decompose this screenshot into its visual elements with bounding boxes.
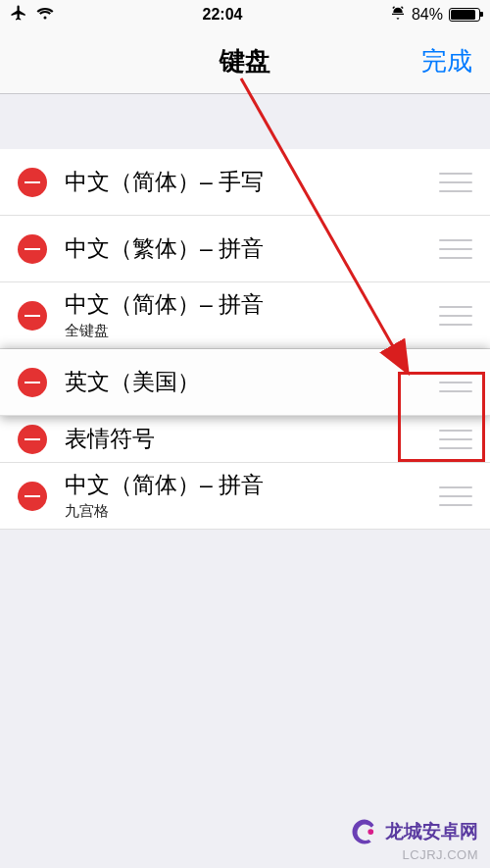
watermark-logo-icon [350,817,379,846]
keyboard-title: 中文（简体）– 拼音 [65,290,429,320]
keyboard-label-container: 英文（美国） [65,368,429,397]
keyboard-subtitle: 九宫格 [65,502,429,521]
done-button[interactable]: 完成 [421,44,472,78]
keyboard-title: 中文（简体）– 手写 [65,168,429,197]
delete-button[interactable] [18,301,47,331]
keyboard-row: 中文（简体）– 手写 [0,149,490,216]
keyboard-row: 英文（美国） [0,349,490,416]
svg-point-2 [368,829,373,835]
keyboard-label-container: 表情符号 [65,425,429,454]
airplane-mode-icon [10,4,27,26]
delete-button[interactable] [18,234,47,264]
keyboard-row: 中文（简体）– 拼音九宫格 [0,463,490,530]
keyboard-title: 中文（繁体）– 拼音 [65,234,429,264]
keyboard-subtitle: 全键盘 [65,322,429,340]
battery-percent: 84% [412,6,443,24]
keyboard-title: 中文（简体）– 拼音 [65,471,429,500]
drag-handle-icon[interactable] [439,239,472,259]
drag-handle-icon[interactable] [439,486,472,506]
keyboard-row: 中文（繁体）– 拼音 [0,216,490,282]
keyboard-row: 中文（简体）– 拼音全键盘 [0,282,490,349]
drag-handle-icon[interactable] [439,173,472,192]
keyboard-title: 英文（美国） [65,368,429,397]
drag-handle-icon[interactable] [439,306,472,326]
list-top-spacer [0,94,490,149]
delete-button[interactable] [18,482,47,511]
keyboard-label-container: 中文（简体）– 拼音全键盘 [65,290,429,340]
status-time: 22:04 [203,6,243,24]
delete-button[interactable] [18,168,47,197]
keyboard-list: 中文（简体）– 手写中文（繁体）– 拼音中文（简体）– 拼音全键盘英文（美国）表… [0,149,490,530]
alarm-icon [390,5,406,25]
page-title: 键盘 [220,44,270,78]
keyboard-title: 表情符号 [65,425,429,454]
keyboard-label-container: 中文（繁体）– 拼音 [65,234,429,264]
watermark-url: LCJRJ.COM [403,847,478,862]
keyboard-row: 表情符号 [0,416,490,463]
watermark-brand: 龙城安卓网 [350,817,478,846]
drag-handle-icon[interactable] [439,373,472,392]
drag-handle-icon[interactable] [439,430,472,449]
delete-button[interactable] [18,368,47,397]
status-bar: 22:04 84% [0,0,490,29]
nav-bar: 键盘 完成 [0,29,490,94]
keyboard-label-container: 中文（简体）– 拼音九宫格 [65,471,429,521]
delete-button[interactable] [18,425,47,454]
wifi-icon [35,6,55,24]
battery-icon [449,8,480,22]
keyboard-label-container: 中文（简体）– 手写 [65,168,429,197]
